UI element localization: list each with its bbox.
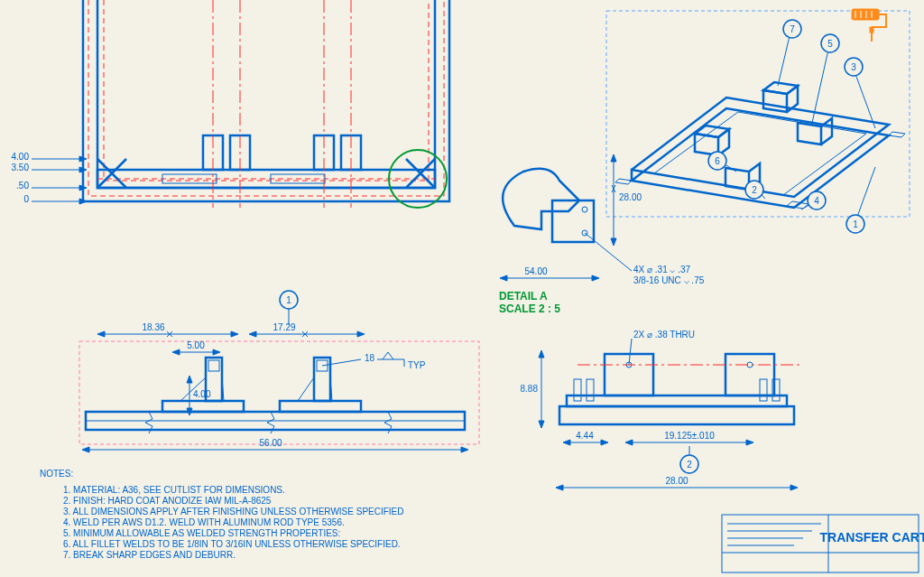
svg-marker-98	[563, 440, 570, 445]
svg-line-52	[585, 233, 632, 271]
balloon-1: 1	[846, 167, 875, 233]
svg-marker-67	[231, 331, 238, 337]
svg-rect-122	[870, 27, 873, 33]
detail-a: 28.00 54.00 4X ⌀ .31 ⌵ .37 3/8-16 UNC ⌵ …	[499, 154, 705, 315]
svg-text:6: 6	[715, 156, 720, 166]
flag-1: 1	[280, 291, 298, 325]
detail-holes2: 3/8-16 UNC ⌵ .75	[633, 275, 705, 285]
title-block: TRANSFER CART	[722, 515, 924, 572]
dim-5.00: 5.00	[187, 340, 205, 350]
svg-text:4: 4	[814, 196, 819, 206]
svg-point-44	[582, 207, 587, 212]
note-4: 4. WELD PER AWS D1.2. WELD WITH ALUMINUM…	[63, 517, 345, 527]
svg-rect-0	[97, 170, 435, 188]
notes-block: NOTES: 1. MATERIAL: A36, SEE CUTLIST FOR…	[40, 469, 404, 560]
svg-marker-101	[625, 440, 633, 445]
dim-4.44: 4.44	[576, 431, 594, 441]
svg-marker-75	[187, 376, 192, 383]
ldr-18: 18	[365, 353, 375, 363]
note-1: 1. MATERIAL: A36, SEE CUTLIST FOR DIMENS…	[63, 485, 285, 495]
svg-marker-66	[97, 331, 105, 337]
note-3: 3. ALL DIMENSIONS APPLY AFTER FINISHING …	[63, 507, 404, 517]
balloon-2: 2	[745, 181, 765, 199]
iso-view: 7 5 3 6 2 4 1	[606, 11, 910, 233]
svg-text:3: 3	[851, 62, 856, 72]
dim-17.29: 17.29	[273, 322, 295, 332]
dim-56.00: 56.00	[259, 438, 282, 448]
svg-text:2: 2	[687, 460, 692, 470]
plan-view: 4.00 3.50 .50 0	[12, 0, 449, 208]
detail-dim-v: 28.00	[619, 192, 642, 202]
svg-marker-96	[539, 421, 544, 428]
note-5: 5. MINIMUM ALLOWABLE AS WELDED STRENGTH …	[63, 528, 340, 538]
svg-marker-73	[213, 349, 220, 355]
drawing-title: TRANSFER CART	[820, 530, 925, 544]
drawing-sheet: 4.00 3.50 .50 0	[0, 0, 924, 577]
dim-28.00: 28.00	[665, 476, 688, 486]
svg-line-25	[812, 50, 828, 123]
balloon-6: 6	[708, 152, 736, 172]
svg-text:5: 5	[827, 39, 833, 49]
svg-text:1: 1	[853, 219, 858, 229]
dim-3.50: 3.50	[12, 163, 30, 172]
svg-line-106	[629, 339, 632, 365]
dim-4.00: 4.00	[12, 152, 30, 162]
note-6: 6. ALL FILLET WELDS TO BE 1/8IN TO 3/16I…	[63, 539, 401, 549]
dim-4.00v: 4.00	[193, 389, 211, 399]
note-7: 7. BREAK SHARP EDGES AND DEBURR.	[63, 550, 236, 560]
dim-8.88: 8.88	[521, 384, 539, 394]
svg-rect-84	[567, 396, 787, 406]
svg-text:2: 2	[752, 185, 757, 195]
balloon-2b: 2	[680, 446, 698, 473]
svg-marker-72	[172, 349, 180, 355]
right-elevation: 8.88 4.44 19.125±.010 28.00 2X ⌀ .38 THR…	[521, 330, 803, 490]
svg-marker-51	[592, 275, 599, 281]
detail-holes1: 4X ⌀ .31 ⌵ .37	[633, 265, 691, 275]
format-painter-cursor	[852, 9, 886, 42]
svg-rect-58	[208, 360, 219, 371]
svg-marker-50	[500, 275, 507, 281]
svg-marker-102	[746, 440, 753, 445]
svg-rect-56	[162, 401, 244, 412]
svg-marker-104	[556, 485, 563, 490]
svg-rect-90	[574, 379, 581, 401]
notes-header: NOTES:	[40, 469, 73, 479]
svg-marker-70	[357, 331, 365, 337]
dim-18.36: 18.36	[142, 322, 164, 332]
note-2: 2. FINISH: HARD COAT ANODIZE IAW MIL-A-8…	[63, 496, 272, 506]
svg-rect-83	[559, 406, 794, 424]
svg-marker-99	[601, 440, 608, 445]
svg-marker-95	[539, 350, 544, 358]
svg-text:7: 7	[790, 24, 795, 34]
svg-marker-78	[82, 447, 89, 452]
svg-rect-85	[605, 354, 653, 396]
svg-text:1: 1	[286, 295, 291, 305]
svg-marker-69	[249, 331, 256, 337]
svg-rect-91	[587, 379, 594, 401]
dim-19.125: 19.125±.010	[664, 431, 715, 441]
dim-0.50: .50	[16, 181, 29, 191]
balloon-7: 7	[778, 20, 801, 86]
svg-marker-48	[611, 238, 616, 246]
balloon-5: 5	[812, 34, 839, 123]
typ-label: TYP	[408, 360, 426, 370]
detail-scale: SCALE 2 : 5	[499, 302, 560, 315]
dim-0: 0	[23, 194, 29, 204]
svg-line-40	[857, 167, 875, 217]
svg-rect-92	[760, 379, 767, 401]
section-view: 1 18.36 17.29 5.00 4.00 56.00 18 TYP	[79, 291, 479, 452]
dim-holes38: 2X ⌀ .38 THRU	[633, 330, 695, 340]
detail-dim-h: 54.00	[524, 266, 547, 276]
detail-label: DETAIL A	[499, 290, 548, 302]
svg-rect-59	[280, 401, 361, 412]
svg-marker-47	[611, 154, 616, 162]
svg-marker-105	[790, 485, 798, 490]
svg-marker-79	[461, 447, 468, 452]
drawing-canvas[interactable]: 4.00 3.50 .50 0	[0, 0, 924, 577]
svg-line-22	[778, 36, 790, 86]
